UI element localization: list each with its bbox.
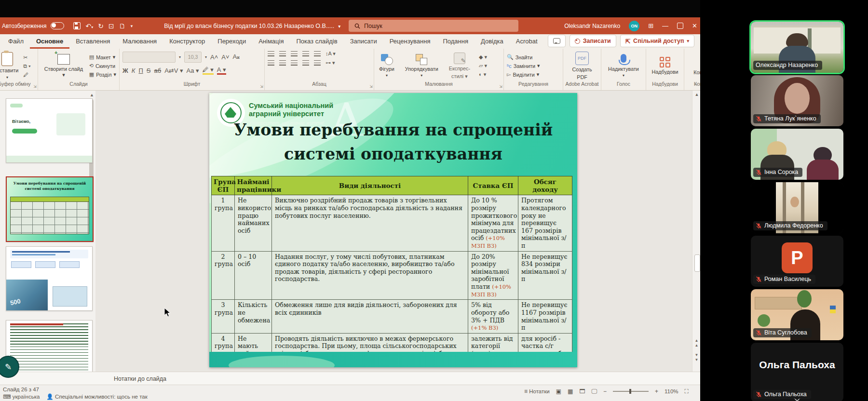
slide-thumbnail-1[interactable]: Вітаємо, <box>6 98 93 163</box>
bold-icon[interactable]: Ж <box>122 67 128 74</box>
normal-view-icon[interactable]: ▣ <box>556 388 561 395</box>
char-spacing-icon[interactable]: A⇄V ▾ <box>164 67 183 74</box>
shape-outline-icon[interactable]: ▱ ▾ <box>479 63 487 69</box>
zoom-level[interactable]: 110% <box>665 388 678 394</box>
slide-sorter-view-icon[interactable]: ▦ <box>568 388 573 395</box>
reading-view-icon[interactable]: 🗖 <box>579 388 585 395</box>
redo-icon[interactable]: ↻ <box>98 22 104 30</box>
save-icon[interactable] <box>73 22 81 29</box>
font-dialog-launcher[interactable]: ⇲ <box>260 84 263 89</box>
account-name[interactable]: Oleksandr Nazarenko <box>564 23 620 29</box>
tab-записати[interactable]: Записати <box>344 35 383 49</box>
participant-tile-7[interactable]: Ольга Пальоха Ольга Пальоха <box>751 343 843 401</box>
zoom-slider[interactable] <box>613 391 649 392</box>
close-button[interactable]: ✕ <box>692 22 697 29</box>
font-name-select[interactable] <box>122 52 176 63</box>
align-center-icon[interactable] <box>279 60 286 66</box>
increase-indent-icon[interactable] <box>302 51 309 56</box>
participant-tile-1[interactable]: Олександр Назаренко <box>751 22 843 73</box>
participant-tile-2[interactable]: Тетяна Лук`яненко <box>751 75 843 126</box>
scrollbar-thumb[interactable] <box>694 254 700 272</box>
font-color-icon[interactable]: А ▾ <box>217 66 226 75</box>
slide-thumbnail-3[interactable]: 500 <box>6 246 93 311</box>
select-button[interactable]: ▻Виділити ▾ <box>507 71 540 78</box>
copy-icon[interactable]: ⧉ ▾ <box>23 63 31 69</box>
convert-smartart-icon[interactable]: ⊶ ▾ <box>326 60 335 66</box>
previous-slide-button[interactable]: ▲▲ <box>693 337 700 348</box>
language-indicator[interactable]: ⌨ українська <box>3 393 40 401</box>
zoom-out-icon[interactable]: − <box>603 388 607 395</box>
quick-styles-button[interactable]: Експрес-стилі ▾ <box>447 53 472 79</box>
addins-button[interactable]: Надбудови <box>650 57 680 75</box>
shape-effects-icon[interactable]: ◐ ▾ <box>479 71 487 78</box>
format-painter-icon[interactable]: 🖉 <box>23 72 31 78</box>
shapes-button[interactable]: Фігури▾ <box>377 54 396 78</box>
undo-icon[interactable]: ↶▾ <box>85 22 93 30</box>
clear-formatting-icon[interactable]: A𝄪 <box>233 53 240 61</box>
participant-tile-3[interactable]: Інна Сорока <box>751 129 843 180</box>
record-button[interactable]: Записати <box>570 35 616 47</box>
current-slide[interactable]: A Сумський національнийаграрний універси… <box>209 93 577 367</box>
search-input[interactable]: Пошук <box>349 20 518 32</box>
fit-to-window-icon[interactable]: ⛶ <box>685 388 689 395</box>
tab-малювання[interactable]: Малювання <box>116 35 163 49</box>
participant-tile-5[interactable]: P Роман Василець <box>751 236 843 287</box>
tab-файл[interactable]: Файл <box>2 35 30 49</box>
shadow-icon[interactable]: аб <box>154 67 161 74</box>
tab-вставлення[interactable]: Вставлення <box>69 35 116 49</box>
layout-button[interactable]: ▤Макет ▾ <box>89 54 116 60</box>
align-right-icon[interactable] <box>291 60 298 66</box>
tab-acrobat[interactable]: Acrobat <box>510 35 544 49</box>
share-button[interactable]: ⇱ Спільний доступ ▾ <box>620 35 694 47</box>
notes-toggle-button[interactable]: ≡ Нотатки <box>524 388 550 395</box>
new-file-icon[interactable]: 🗋 <box>119 22 126 30</box>
reset-button[interactable]: ⟲Скинути <box>89 63 116 69</box>
restore-button[interactable] <box>677 23 683 29</box>
text-direction-icon[interactable]: ↕A ▾ <box>326 51 336 57</box>
minimize-button[interactable]: — <box>662 22 668 29</box>
notes-bar[interactable]: Нотатки до слайда <box>0 372 701 385</box>
tab-показ-слайдів[interactable]: Показ слайдів <box>290 35 343 49</box>
strikethrough-icon[interactable]: S <box>147 67 151 74</box>
tab-основне[interactable]: Основне <box>30 35 69 49</box>
tab-подання[interactable]: Подання <box>436 35 475 49</box>
tax-groups-table[interactable]: Група ЄПНаймані працівникиВиди діяльност… <box>211 176 572 367</box>
numbering-icon[interactable] <box>279 51 286 56</box>
highlight-icon[interactable]: 🖉 ▾ <box>203 66 214 75</box>
slideshow-view-icon[interactable]: 🖵 <box>591 388 597 395</box>
comments-button[interactable] <box>548 35 566 47</box>
tab-анімація[interactable]: Анімація <box>252 35 290 49</box>
columns-icon[interactable] <box>314 60 321 66</box>
cut-icon[interactable]: ✂ <box>23 54 31 61</box>
qat-overflow-icon[interactable]: ▾ <box>131 24 133 28</box>
autosave-toggle[interactable] <box>51 22 64 29</box>
tab-переходи[interactable]: Переходи <box>211 35 252 49</box>
ribbon-display-options-icon[interactable]: ⊞ <box>648 22 653 29</box>
participant-tile-4[interactable]: Людмила Федоренко <box>751 182 843 233</box>
shrink-font-icon[interactable]: A˅ <box>221 53 229 61</box>
replace-button[interactable]: ᵇcЗамінити ▾ <box>507 63 540 69</box>
account-avatar[interactable]: ON <box>629 21 639 31</box>
find-button[interactable]: 🔍Знайти <box>507 54 540 60</box>
next-slide-button[interactable]: ▼▼ <box>693 352 700 362</box>
tab-конструктор[interactable]: Конструктор <box>163 35 211 49</box>
italic-icon[interactable]: К <box>132 67 136 74</box>
underline-icon[interactable]: П <box>138 67 143 74</box>
grow-font-icon[interactable]: A˄ <box>210 53 218 61</box>
paste-button[interactable]: Вставити▾ <box>0 52 20 80</box>
slideshow-icon[interactable]: ⊡ <box>108 22 114 30</box>
font-size-select[interactable]: 10,3 <box>184 52 202 63</box>
bullets-icon[interactable] <box>268 51 274 56</box>
collapse-ribbon-icon[interactable]: ⌃ <box>694 83 698 88</box>
clipboard-dialog-launcher[interactable]: ⇲ <box>33 84 37 89</box>
paragraph-dialog-launcher[interactable]: ⇲ <box>369 84 373 89</box>
participant-tile-6[interactable]: Віта Суглобова <box>751 289 843 340</box>
accessibility-status[interactable]: 👤 Спеціальні можливості: щось не так <box>46 393 147 401</box>
line-spacing-icon[interactable] <box>314 51 321 56</box>
tab-довідка[interactable]: Довідка <box>475 35 510 49</box>
slide-thumbnail-2[interactable]: Умови перебування на спрощенійсистемі оп… <box>6 176 94 242</box>
dictate-button[interactable]: Надиктувати▾ <box>606 54 641 78</box>
shape-fill-icon[interactable]: ◆ ▾ <box>479 54 487 60</box>
document-title[interactable]: Від мрії до власн бізнесу податки 10.03.… <box>164 23 340 29</box>
create-pdf-button[interactable]: PDFСоздатьPDF <box>570 52 594 80</box>
